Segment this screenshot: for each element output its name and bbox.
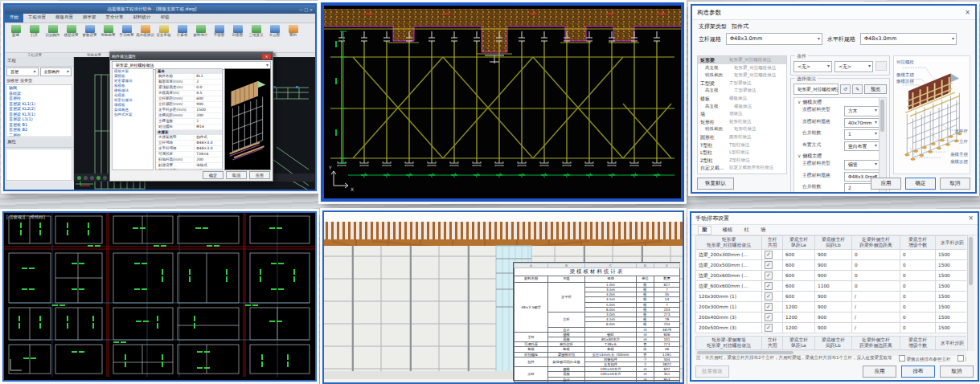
method-list-row[interactable]: 矩形柱矩形柱做法 <box>698 118 786 126</box>
ribbon-tool[interactable]: 材料统计 <box>191 24 210 37</box>
property-value[interactable]: 40x70mm <box>844 118 880 129</box>
ribbon-tab[interactable]: 工程设置 <box>23 14 51 22</box>
ribbon-tool[interactable]: 计算书 <box>173 24 191 37</box>
ribbon-tool[interactable]: 智能布置 <box>99 24 117 37</box>
cancel-button[interactable]: 取消 <box>940 366 974 378</box>
arrange-cell[interactable]: 900 <box>815 323 852 333</box>
ribbon-tool[interactable]: 平面图 <box>210 24 228 37</box>
method-list-row[interactable]: 高支模楼板做法 <box>698 103 786 111</box>
arrange-cell[interactable]: ✓ <box>762 323 783 333</box>
method-list-row[interactable]: 工型梁工型梁做法 <box>698 80 786 88</box>
property-row[interactable]: 构件名称KL1 <box>156 74 222 80</box>
viewport-label[interactable]: [-][俯视][二维线框] <box>6 214 45 220</box>
arrange-cell[interactable]: ✓ <box>762 313 783 323</box>
hbar-spec-combo[interactable]: Φ48x3.0mm <box>860 33 957 45</box>
property-row[interactable]: 次楞材料规格40x70mm <box>794 117 886 129</box>
preview-3d[interactable] <box>224 68 271 170</box>
arrange-cell[interactable]: ✓ <box>762 260 783 271</box>
close-icon[interactable]: × <box>262 54 271 59</box>
method-list-row[interactable]: 圆形柱圆形柱做法 <box>698 133 786 141</box>
status-dot[interactable] <box>90 176 94 180</box>
arrange-cell[interactable]: / <box>852 323 900 333</box>
property-value[interactable]: 1500 <box>194 108 222 112</box>
arrange-cell[interactable]: 梁底横立杆 间距Lb <box>815 236 852 250</box>
batch-edit-button[interactable]: 批量修改 <box>695 366 729 378</box>
property-value[interactable]: 200 <box>194 113 222 118</box>
arrange-cell[interactable]: 1500 <box>936 260 967 271</box>
property-value[interactable]: 200 <box>194 157 222 162</box>
arrange-cell[interactable]: 0 <box>852 260 900 271</box>
arrange-cell[interactable]: 0 <box>852 271 900 281</box>
arrange-cell[interactable]: 梁底横立杆 间距Lb <box>815 337 852 350</box>
arrange-cell[interactable]: 立杆 共用 <box>762 337 783 350</box>
radio-by-type[interactable]: 按类型 <box>20 78 32 83</box>
checkbox-icon[interactable] <box>899 355 905 362</box>
arrange-cell[interactable]: 120x300mm (1) <box>696 292 762 302</box>
arrange-cell[interactable]: 0 <box>852 281 900 292</box>
tree-item[interactable]: 二层柱 <box>6 133 72 138</box>
arrange-cell[interactable]: 0 <box>900 281 936 292</box>
ribbon-tool[interactable]: 楼层设置 <box>62 24 80 37</box>
method-list-row[interactable]: 特殊截面矩形梁_对拉螺栓做法 <box>698 71 786 80</box>
arrange-cell[interactable]: 1500 <box>936 281 967 292</box>
arrange-cell[interactable]: ✓ <box>762 302 783 313</box>
property-value[interactable]: 0.0 <box>194 85 222 90</box>
arrange-cell[interactable]: 1500 <box>936 292 967 302</box>
checkbox-icon[interactable]: ✓ <box>765 324 773 332</box>
arrange-cell[interactable]: 200x300mm (1) <box>696 302 762 313</box>
condition-combo-2[interactable]: <无> <box>834 61 873 72</box>
arrange-cell[interactable]: 1200 <box>783 313 815 323</box>
floor-combo[interactable]: 首层 <box>6 67 39 76</box>
preview-button[interactable]: 预览 <box>864 84 887 94</box>
pole-spec-combo[interactable]: Φ48x3.0mm <box>726 33 822 45</box>
elevation-drawing-panel[interactable]: Y X <box>321 2 684 202</box>
arrange-cell[interactable]: 900 <box>815 302 852 313</box>
arrange-cell[interactable]: 0 <box>900 292 936 302</box>
method-list-row[interactable]: 高支模工型梁做法 <box>698 87 786 95</box>
property-row[interactable]: 立杆纵距(mm)600 <box>156 96 222 102</box>
property-row[interactable]: 主楞材料类型钢管 <box>794 159 886 171</box>
ribbon-tab[interactable]: 材料统计 <box>129 14 156 22</box>
arrange-cell[interactable]: 梁底立杆 增设个数 <box>900 337 936 350</box>
ribbon-tool[interactable]: 三维显示 <box>247 24 265 37</box>
apply-button[interactable]: 应用 <box>871 178 901 190</box>
arrange-tab[interactable]: 梁 <box>698 226 711 235</box>
render-view-panel[interactable]: ABCDE梁模板材料统计表材料名称用途规格单位数量48×3.5钢管水平杆1.0m… <box>322 210 684 384</box>
refresh-icon[interactable]: ↺ <box>840 84 851 94</box>
property-row[interactable]: 可调托座T38×6 <box>156 152 222 157</box>
arrange-cell[interactable]: / <box>852 302 900 313</box>
ribbon-tool[interactable]: 高支模辨识 <box>136 24 154 37</box>
component-method-list[interactable]: 矩形梁矩形梁_对拉螺栓做法高支模矩形梁_对拉螺栓做法特殊截面矩形梁_对拉螺栓做法… <box>697 55 787 174</box>
property-row[interactable]: 水平杆步距(mm)1500 <box>156 108 222 113</box>
arrange-cell[interactable]: 梁底立杆 纵距La <box>783 236 815 250</box>
close-icon[interactable]: × <box>965 10 970 16</box>
arrange-cell[interactable]: 边梁_200x600mm (... <box>696 271 762 281</box>
property-value[interactable]: 900 <box>194 102 222 107</box>
property-row[interactable]: 梁顶标高差(m)0.0 <box>156 85 222 91</box>
arrange-cell[interactable]: 600 <box>783 260 815 271</box>
radio-by-floor[interactable]: 按楼层 <box>6 78 18 83</box>
checkbox-icon[interactable]: ✓ <box>765 261 773 269</box>
property-value[interactable]: 1 <box>844 129 880 140</box>
property-value[interactable]: 4.5 <box>194 169 222 170</box>
arrange-cell[interactable]: 梁底立杆 纵距La <box>783 337 815 350</box>
checkbox-icon[interactable] <box>957 355 964 362</box>
arrange-cell[interactable]: 梁底立杆 增设个数 <box>900 236 936 250</box>
checkbox-2[interactable]: 梁底楞优先布置 <box>957 355 967 362</box>
ribbon-tab[interactable]: 模板布置 <box>51 14 78 22</box>
arrange-cell[interactable]: 900 <box>815 271 852 281</box>
ribbon-tool[interactable]: 剖面图 <box>228 24 247 37</box>
arrange-cell[interactable]: ✓ <box>762 271 783 281</box>
cancel-button[interactable]: 取消 <box>940 178 970 190</box>
ribbon-tool[interactable]: 参数设置 <box>80 24 99 37</box>
ribbon-tool[interactable]: 安全复核 <box>154 24 173 37</box>
property-row[interactable]: 主楞道数2 <box>156 119 222 125</box>
arrange-cell[interactable]: 1500 <box>936 302 967 313</box>
arrange-cell[interactable]: 900 <box>815 250 852 260</box>
checkbox-1[interactable]: 梁侧次楞排布参照立杆 <box>899 355 951 362</box>
arrange-cell[interactable]: 边梁_600x600mm (... <box>696 281 762 292</box>
arrange-cell[interactable]: 边梁_200x300mm (... <box>696 250 762 260</box>
arrange-cell[interactable]: 近梁外侧立杆 距梁外侧边距离 <box>852 236 900 250</box>
arrange-cell[interactable]: 矩形梁-梁侧有墙 矩形梁_对拉螺栓做法 <box>696 337 762 350</box>
arrange-cell[interactable]: 0 <box>900 260 936 271</box>
